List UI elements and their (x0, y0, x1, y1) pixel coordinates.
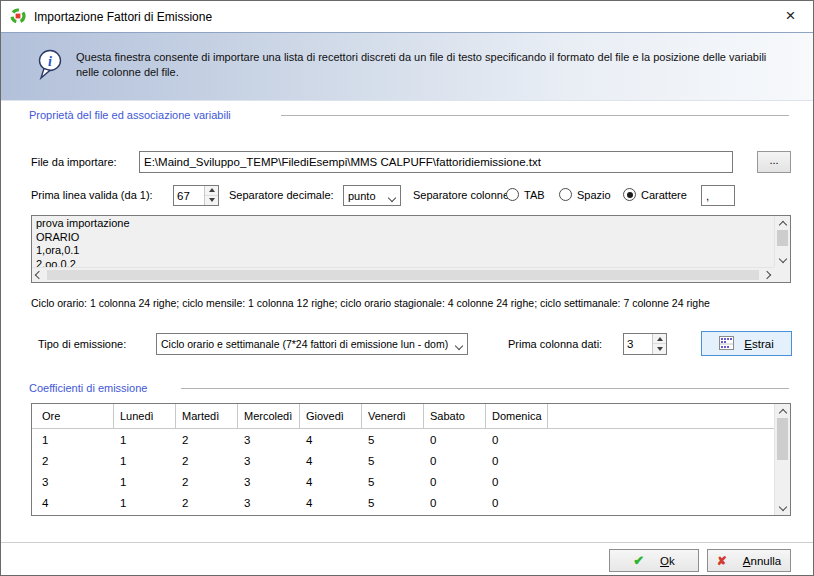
radio-tab[interactable]: TAB (506, 188, 545, 201)
table-cell: 4 (32, 497, 114, 509)
emission-type-select[interactable]: Ciclo orario e settimanale (7*24 fattori… (156, 333, 468, 355)
table-cell: 1 (114, 434, 176, 446)
first-data-column-input[interactable] (624, 334, 652, 354)
radio-tab-label: TAB (524, 189, 545, 201)
table-header-row: Ore Lunedì Martedì Mercoledì Giovedì Ven… (32, 404, 774, 429)
group-title-coefficients: Coefficienti di emissione (29, 382, 147, 394)
table-cell: 1 (114, 476, 176, 488)
stepper-up-icon[interactable] (205, 186, 218, 196)
table-cell: 4 (300, 434, 362, 446)
table-cell: 1 (114, 497, 176, 509)
table-vertical-scrollbar[interactable] (774, 404, 790, 515)
table-row[interactable]: 2 1 2 3 4 5 0 0 (32, 450, 774, 471)
scrollbar-thumb[interactable] (777, 418, 788, 460)
scrollbar-corner (774, 267, 790, 282)
stepper-buttons (652, 334, 666, 354)
column-header[interactable]: Mercoledì (238, 404, 300, 428)
scroll-left-icon[interactable] (32, 268, 46, 282)
column-separator-label: Separatore colonne: (413, 189, 512, 201)
preview-vertical-scrollbar[interactable] (774, 216, 790, 267)
table-cell: 0 (486, 476, 548, 488)
table-row[interactable]: 3 1 2 3 4 5 0 0 (32, 471, 774, 492)
emission-type-label: Tipo di emissione: (38, 338, 126, 350)
browse-button[interactable]: ... (757, 151, 791, 173)
radio-space-label: Spazio (577, 189, 611, 201)
table-cell: 0 (486, 497, 548, 509)
preview-line: 1,ora,0.1 (36, 244, 772, 258)
preview-line: prova importazione (36, 217, 772, 231)
table-cell: 1 (114, 455, 176, 467)
table-cell: 2 (176, 497, 238, 509)
decimal-separator-label: Separatore decimale: (229, 189, 334, 201)
column-header[interactable]: Giovedì (300, 404, 362, 428)
preview-horizontal-scrollbar[interactable] (32, 267, 774, 282)
preview-line: ORARIO (36, 231, 772, 245)
scrollbar-thumb[interactable] (47, 270, 759, 280)
table-cell: 0 (424, 497, 486, 509)
group-title-file-properties: Proprietà del file ed associazione varia… (29, 109, 231, 121)
table-cell: 3 (32, 476, 114, 488)
table-cell: 5 (362, 497, 424, 509)
scroll-right-icon[interactable] (760, 268, 774, 282)
table-cell: 4 (300, 455, 362, 467)
scroll-up-icon[interactable] (775, 404, 790, 418)
file-path-input[interactable] (139, 151, 733, 173)
radio-character-label: Carattere (641, 189, 687, 201)
cycle-format-hint: Ciclo orario: 1 colonna 24 righe; ciclo … (31, 297, 710, 309)
table-row[interactable]: 1 1 2 3 4 5 0 0 (32, 429, 774, 450)
radio-space[interactable]: Spazio (559, 188, 611, 201)
svg-text:i: i (48, 54, 52, 69)
group-divider (181, 388, 789, 389)
scrollbar-thumb[interactable] (777, 230, 788, 246)
footer-divider (1, 542, 813, 544)
cancel-button[interactable]: ✘ Annulla (707, 549, 791, 572)
separator-character-input[interactable] (701, 185, 735, 206)
first-data-column-stepper[interactable] (623, 333, 667, 355)
column-header[interactable]: Domenica (486, 404, 548, 428)
column-header[interactable]: Martedì (176, 404, 238, 428)
close-icon[interactable]: × (768, 1, 813, 31)
radio-space-circle (559, 188, 572, 201)
column-header[interactable]: Sabato (424, 404, 486, 428)
table-cell: 2 (176, 434, 238, 446)
decimal-separator-select[interactable]: punto (343, 185, 401, 206)
table-cell: 2 (176, 476, 238, 488)
scroll-down-icon[interactable] (775, 501, 790, 515)
table-cell: 3 (238, 476, 300, 488)
scroll-down-icon[interactable] (775, 253, 790, 267)
table-cell: 0 (486, 434, 548, 446)
ok-button-label: Ok (660, 555, 675, 567)
stepper-buttons (204, 186, 218, 205)
table-cell: 3 (238, 497, 300, 509)
info-banner: i Questa finestra consente di importare … (1, 32, 813, 101)
column-header[interactable]: Ore (32, 404, 114, 428)
check-icon: ✔ (633, 553, 644, 568)
table-row[interactable]: 4 1 2 3 4 5 0 0 (32, 492, 774, 513)
table-body: 1 1 2 3 4 5 0 0 2 1 2 3 4 5 0 0 3 1 (32, 429, 774, 515)
extract-button[interactable]: Estrai (701, 331, 792, 356)
table-cell: 5 (362, 434, 424, 446)
stepper-down-icon[interactable] (653, 344, 666, 354)
table-cell: 4 (300, 497, 362, 509)
table-cell: 5 (362, 476, 424, 488)
file-preview-box[interactable]: prova importazione ORARIO 1,ora,0.1 2,oo… (31, 215, 791, 283)
first-valid-line-stepper[interactable] (173, 185, 219, 206)
ok-button[interactable]: ✔ Ok (609, 549, 699, 572)
radio-character-circle (623, 188, 636, 201)
column-header[interactable]: Venerdì (362, 404, 424, 428)
radio-tab-circle (506, 188, 519, 201)
file-import-label: File da importare: (31, 156, 117, 168)
table-cell: 2 (32, 455, 114, 467)
stepper-down-icon[interactable] (205, 196, 218, 206)
coefficients-table: Ore Lunedì Martedì Mercoledì Giovedì Ven… (31, 403, 791, 516)
first-valid-line-input[interactable] (174, 186, 204, 205)
radio-character[interactable]: Carattere (623, 188, 687, 201)
title-bar: Importazione Fattori di Emissione × (1, 1, 813, 32)
scroll-up-icon[interactable] (775, 216, 790, 230)
table-grid-icon (719, 336, 734, 352)
file-preview-lines: prova importazione ORARIO 1,ora,0.1 2,oo… (36, 217, 772, 271)
chevron-down-icon (456, 339, 462, 351)
column-header[interactable]: Lunedì (114, 404, 176, 428)
banner-description: Questa finestra consente di importare un… (76, 50, 782, 79)
stepper-up-icon[interactable] (653, 334, 666, 344)
